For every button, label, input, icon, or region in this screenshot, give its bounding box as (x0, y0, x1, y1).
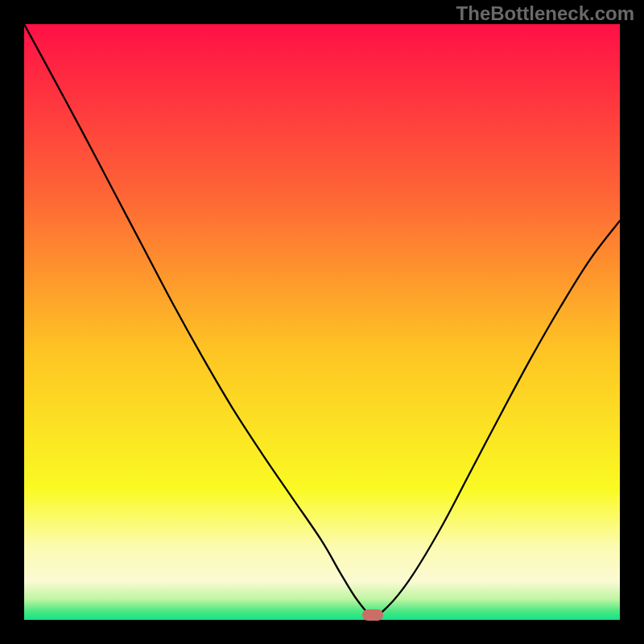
watermark-text: TheBottleneck.com (456, 2, 634, 25)
gradient-background (24, 24, 620, 620)
plot-svg (24, 24, 620, 620)
optimal-marker (362, 609, 383, 621)
chart-frame: TheBottleneck.com (0, 0, 644, 644)
